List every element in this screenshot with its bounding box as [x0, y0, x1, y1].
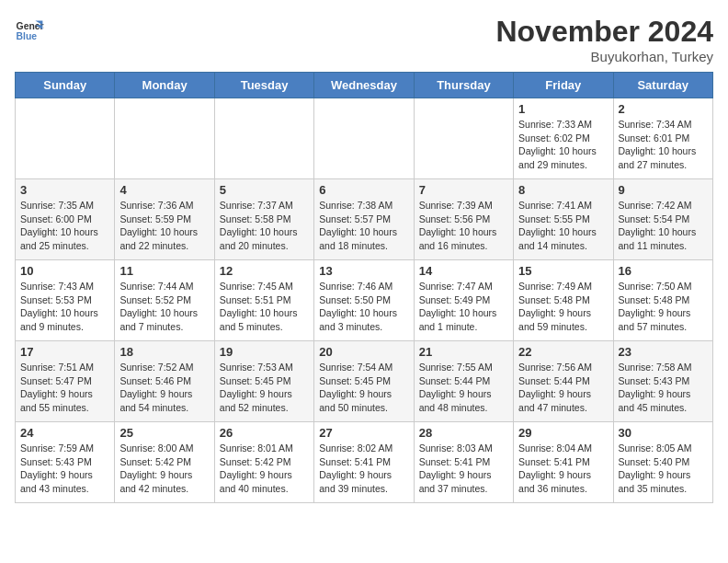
day-info: Sunrise: 8:04 AMSunset: 5:41 PMDaylight:… [518, 442, 608, 496]
calendar-cell: 19Sunrise: 7:53 AMSunset: 5:45 PMDayligh… [214, 341, 313, 422]
day-number: 28 [419, 426, 508, 440]
calendar-cell: 26Sunrise: 8:01 AMSunset: 5:42 PMDayligh… [214, 422, 313, 503]
calendar-cell: 27Sunrise: 8:02 AMSunset: 5:41 PMDayligh… [314, 422, 414, 503]
day-info: Sunrise: 7:45 AMSunset: 5:51 PMDaylight:… [220, 280, 309, 334]
calendar-cell [115, 98, 214, 179]
weekday-header-row: SundayMondayTuesdayWednesdayThursdayFrid… [16, 73, 713, 98]
calendar-cell: 12Sunrise: 7:45 AMSunset: 5:51 PMDayligh… [214, 260, 313, 341]
day-info: Sunrise: 8:01 AMSunset: 5:42 PMDaylight:… [220, 442, 309, 496]
day-info: Sunrise: 7:50 AMSunset: 5:48 PMDaylight:… [619, 280, 708, 334]
calendar-cell: 7Sunrise: 7:39 AMSunset: 5:56 PMDaylight… [414, 179, 513, 260]
day-info: Sunrise: 7:36 AMSunset: 5:59 PMDaylight:… [119, 199, 209, 253]
calendar-cell: 22Sunrise: 7:56 AMSunset: 5:44 PMDayligh… [514, 341, 613, 422]
logo-icon: General Blue [15, 15, 44, 44]
calendar-body: 1Sunrise: 7:33 AMSunset: 6:02 PMDaylight… [16, 98, 713, 503]
day-number: 15 [518, 264, 608, 278]
calendar-cell: 13Sunrise: 7:46 AMSunset: 5:50 PMDayligh… [314, 260, 414, 341]
calendar-cell: 6Sunrise: 7:38 AMSunset: 5:57 PMDaylight… [314, 179, 414, 260]
day-info: Sunrise: 7:49 AMSunset: 5:48 PMDaylight:… [518, 280, 608, 334]
header: General Blue November 2024 Buyukorhan, T… [15, 15, 713, 64]
day-number: 10 [20, 264, 109, 278]
day-number: 23 [619, 345, 708, 359]
calendar-cell: 5Sunrise: 7:37 AMSunset: 5:58 PMDaylight… [214, 179, 313, 260]
day-info: Sunrise: 7:37 AMSunset: 5:58 PMDaylight:… [220, 199, 309, 253]
day-number: 18 [119, 345, 209, 359]
day-info: Sunrise: 8:05 AMSunset: 5:40 PMDaylight:… [619, 442, 708, 496]
calendar-cell: 2Sunrise: 7:34 AMSunset: 6:01 PMDaylight… [613, 98, 712, 179]
day-info: Sunrise: 7:47 AMSunset: 5:49 PMDaylight:… [419, 280, 508, 334]
calendar-cell: 9Sunrise: 7:42 AMSunset: 5:54 PMDaylight… [613, 179, 712, 260]
day-number: 8 [518, 183, 608, 197]
logo: General Blue [15, 15, 44, 44]
calendar-cell: 8Sunrise: 7:41 AMSunset: 5:55 PMDaylight… [514, 179, 613, 260]
day-number: 24 [20, 426, 109, 440]
week-row-2: 3Sunrise: 7:35 AMSunset: 6:00 PMDaylight… [16, 179, 713, 260]
calendar-cell: 28Sunrise: 8:03 AMSunset: 5:41 PMDayligh… [414, 422, 513, 503]
calendar-cell [214, 98, 313, 179]
day-number: 7 [419, 183, 508, 197]
day-number: 1 [518, 102, 608, 116]
weekday-header-thursday: Thursday [414, 73, 513, 98]
title-area: November 2024 Buyukorhan, Turkey [495, 15, 713, 64]
day-number: 14 [419, 264, 508, 278]
weekday-header-saturday: Saturday [613, 73, 712, 98]
week-row-4: 17Sunrise: 7:51 AMSunset: 5:47 PMDayligh… [16, 341, 713, 422]
day-info: Sunrise: 7:35 AMSunset: 6:00 PMDaylight:… [20, 199, 109, 253]
day-info: Sunrise: 7:41 AMSunset: 5:55 PMDaylight:… [518, 199, 608, 253]
day-number: 19 [220, 345, 309, 359]
day-number: 3 [20, 183, 109, 197]
calendar-cell: 1Sunrise: 7:33 AMSunset: 6:02 PMDaylight… [514, 98, 613, 179]
calendar-cell: 16Sunrise: 7:50 AMSunset: 5:48 PMDayligh… [613, 260, 712, 341]
day-info: Sunrise: 7:54 AMSunset: 5:45 PMDaylight:… [319, 361, 408, 415]
day-info: Sunrise: 7:43 AMSunset: 5:53 PMDaylight:… [20, 280, 109, 334]
day-info: Sunrise: 7:53 AMSunset: 5:45 PMDaylight:… [220, 361, 309, 415]
day-info: Sunrise: 7:33 AMSunset: 6:02 PMDaylight:… [518, 118, 608, 172]
day-number: 26 [220, 426, 309, 440]
day-number: 16 [619, 264, 708, 278]
day-number: 9 [619, 183, 708, 197]
calendar-cell [314, 98, 414, 179]
day-number: 21 [419, 345, 508, 359]
day-number: 17 [20, 345, 109, 359]
weekday-header-monday: Monday [115, 73, 214, 98]
calendar-cell: 11Sunrise: 7:44 AMSunset: 5:52 PMDayligh… [115, 260, 214, 341]
calendar-cell: 30Sunrise: 8:05 AMSunset: 5:40 PMDayligh… [613, 422, 712, 503]
day-number: 5 [220, 183, 309, 197]
day-info: Sunrise: 7:52 AMSunset: 5:46 PMDaylight:… [119, 361, 209, 415]
day-number: 22 [518, 345, 608, 359]
day-info: Sunrise: 7:42 AMSunset: 5:54 PMDaylight:… [619, 199, 708, 253]
day-number: 12 [220, 264, 309, 278]
day-info: Sunrise: 7:55 AMSunset: 5:44 PMDaylight:… [419, 361, 508, 415]
week-row-1: 1Sunrise: 7:33 AMSunset: 6:02 PMDaylight… [16, 98, 713, 179]
day-info: Sunrise: 8:00 AMSunset: 5:42 PMDaylight:… [119, 442, 209, 496]
day-number: 29 [518, 426, 608, 440]
day-number: 4 [119, 183, 209, 197]
weekday-header-tuesday: Tuesday [214, 73, 313, 98]
calendar-cell: 10Sunrise: 7:43 AMSunset: 5:53 PMDayligh… [16, 260, 115, 341]
location: Buyukorhan, Turkey [495, 49, 713, 64]
calendar-cell: 4Sunrise: 7:36 AMSunset: 5:59 PMDaylight… [115, 179, 214, 260]
day-info: Sunrise: 7:44 AMSunset: 5:52 PMDaylight:… [119, 280, 209, 334]
day-info: Sunrise: 7:58 AMSunset: 5:43 PMDaylight:… [619, 361, 708, 415]
calendar-cell: 29Sunrise: 8:04 AMSunset: 5:41 PMDayligh… [514, 422, 613, 503]
day-number: 20 [319, 345, 408, 359]
day-info: Sunrise: 7:56 AMSunset: 5:44 PMDaylight:… [518, 361, 608, 415]
week-row-5: 24Sunrise: 7:59 AMSunset: 5:43 PMDayligh… [16, 422, 713, 503]
day-info: Sunrise: 7:38 AMSunset: 5:57 PMDaylight:… [319, 199, 408, 253]
weekday-header-wednesday: Wednesday [314, 73, 414, 98]
calendar-cell: 3Sunrise: 7:35 AMSunset: 6:00 PMDaylight… [16, 179, 115, 260]
day-number: 30 [619, 426, 708, 440]
calendar-cell: 23Sunrise: 7:58 AMSunset: 5:43 PMDayligh… [613, 341, 712, 422]
weekday-header-friday: Friday [514, 73, 613, 98]
calendar-cell: 18Sunrise: 7:52 AMSunset: 5:46 PMDayligh… [115, 341, 214, 422]
calendar-cell: 20Sunrise: 7:54 AMSunset: 5:45 PMDayligh… [314, 341, 414, 422]
day-info: Sunrise: 7:46 AMSunset: 5:50 PMDaylight:… [319, 280, 408, 334]
day-number: 13 [319, 264, 408, 278]
day-number: 2 [619, 102, 708, 116]
calendar-header: SundayMondayTuesdayWednesdayThursdayFrid… [16, 73, 713, 98]
calendar-cell [16, 98, 115, 179]
day-info: Sunrise: 8:03 AMSunset: 5:41 PMDaylight:… [419, 442, 508, 496]
calendar-cell: 17Sunrise: 7:51 AMSunset: 5:47 PMDayligh… [16, 341, 115, 422]
day-number: 11 [119, 264, 209, 278]
day-number: 25 [119, 426, 209, 440]
